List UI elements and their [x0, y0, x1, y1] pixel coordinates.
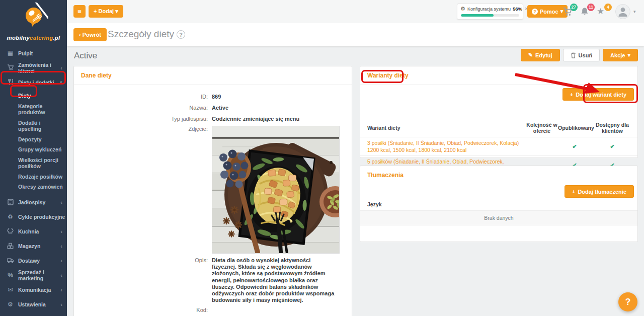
translations-panel: Tłumaczenia +Dodaj tłumaczenie Język Bra… — [360, 166, 638, 242]
help-button[interactable]: ? Pomoc ▾ — [527, 5, 568, 18]
record-title: Active — [74, 51, 97, 61]
pencil-icon: ✎ — [528, 52, 533, 58]
sidebar-toggle-button[interactable]: ≡ — [73, 5, 86, 18]
diety-submenu: Diety Kategorie produktów Dodatki i upse… — [0, 90, 67, 195]
language-column-header: Język — [360, 197, 637, 210]
sidebar: mobilnycatering.pl ▦ Pulpit Zamówienia i… — [0, 0, 67, 316]
logo-icon — [19, 3, 48, 32]
config-progress-track — [461, 14, 519, 17]
diet-data-panel: Dane diety ID:869 Nazwa:Active Typ jadło… — [73, 66, 352, 316]
page-help-icon[interactable]: ? — [177, 30, 185, 39]
sidebar-item-magazyn[interactable]: Magazyn ‹ — [0, 239, 67, 254]
sidebar-item-komunikacja[interactable]: ✉ Komunikacja ‹ — [0, 283, 67, 297]
bell-badge: 11 — [587, 4, 595, 11]
page-header: ‹ Powrót Szczegóły diety ? — [67, 23, 644, 46]
star-notifications[interactable]: ★ 4 — [597, 7, 608, 18]
sidebar-item-ustawienia[interactable]: ⚙ Ustawienia ‹ — [0, 297, 67, 312]
sidebar-item-kuchnia[interactable]: Kuchnia ‹ — [0, 224, 67, 239]
system-config-widget[interactable]: ⚙ Konfiguracja systemu 56% × — [457, 4, 523, 20]
panel-title: Dane diety — [74, 66, 352, 85]
variant-row: 3 posiłki (Śniadanie, II Śniadanie, Obia… — [360, 137, 637, 155]
sidebar-item-cykle-produkcyjne[interactable]: ♻ Cykle produkcyjne — [0, 210, 67, 224]
logo-text: mobilnycatering.pl — [0, 35, 67, 41]
field-label: Opis: — [74, 257, 212, 303]
field-value-opis: Dieta dla osób o wysokiej aktywności fiz… — [212, 257, 336, 303]
field-label: Kod: — [74, 307, 212, 313]
edit-button[interactable]: ✎Edytuj — [521, 49, 560, 61]
diet-variants-panel: Warianty diety ? +Dodaj wariant diety Wa… — [360, 66, 638, 158]
add-variant-button[interactable]: +Dodaj wariant diety — [562, 88, 634, 101]
star-badge: 4 — [604, 4, 612, 11]
page-title: Szczegóły diety — [108, 29, 174, 40]
variants-table-header: Wariant diety Kolejność w ofercie Opubli… — [360, 119, 637, 137]
dashboard-icon: ▦ — [7, 49, 14, 57]
star-icon: ★ — [597, 7, 604, 16]
sidebar-subitem-wielkosci-porcji[interactable]: Wielkości porcji posiłków — [0, 155, 67, 172]
sidebar-subitem-diety[interactable]: Diety — [0, 91, 67, 101]
sidebar-subitem-depozyty[interactable]: Depozyty — [0, 134, 67, 145]
sidebar-subitem-grupy-wykluczen[interactable]: Grupy wykluczeń — [0, 144, 67, 155]
sidebar-item-zamowienia[interactable]: Zamówienia i klienci ‹ — [0, 60, 67, 75]
chevron-left-icon: ‹ — [60, 65, 62, 71]
sidebar-subitem-kategorie-produktow[interactable]: Kategorie produktów — [0, 101, 67, 118]
field-label: ID: — [74, 94, 212, 100]
sidebar-item-jadlospisy[interactable]: Jadłospisy ‹ — [0, 195, 67, 210]
chevron-down-icon: ∨ — [59, 80, 62, 85]
envelope-icon: ✉ — [7, 286, 14, 294]
bell-notifications[interactable]: 11 — [580, 7, 591, 18]
field-value-id: 869 — [212, 94, 221, 100]
sidebar-item-diety-i-dodatki[interactable]: Diety i dodatki ∨ — [0, 75, 67, 90]
empty-state: Brak danych — [360, 210, 637, 225]
help-bubble-button[interactable]: ? — [618, 292, 637, 311]
sidebar-item-dostawy[interactable]: Dostawy ‹ — [0, 254, 67, 268]
cutlery-icon — [7, 78, 14, 86]
global-add-button[interactable]: + Dodaj ▾ — [89, 5, 123, 18]
diet-photo — [212, 126, 340, 254]
sidebar-subitem-okresy-zamowien[interactable]: Okresy zamówień — [0, 182, 67, 192]
chevron-left-icon: ‹ — [60, 243, 62, 249]
sidebar-item-sprzedaz[interactable]: % Sprzedaż i marketing ‹ — [0, 268, 67, 283]
sidebar-subitem-rodzaje-posilkow[interactable]: Rodzaje posiłków — [0, 172, 67, 182]
field-label: Nazwa: — [74, 105, 212, 111]
content: Active ✎Edytuj Usuń Akcje▾ Dane diety ID… — [67, 46, 644, 316]
gear-icon: ⚙ — [460, 6, 465, 12]
cart-notifications[interactable]: 27 — [562, 7, 574, 18]
sidebar-subitem-dodatki-i-upselling[interactable]: Dodatki i upselling — [0, 118, 67, 134]
user-avatar[interactable] — [615, 4, 630, 19]
config-label: Konfiguracja systemu — [467, 7, 511, 12]
boxes-icon — [7, 243, 14, 250]
percent-icon: % — [7, 272, 14, 279]
person-icon — [616, 5, 630, 19]
config-progress-fill — [461, 14, 494, 17]
record-actions: ✎Edytuj Usuń Akcje▾ — [521, 49, 638, 61]
published-check-icon: ✔ — [558, 143, 591, 150]
cart-badge: 27 — [570, 4, 578, 11]
app-logo[interactable]: mobilnycatering.pl — [0, 0, 67, 41]
config-percent: 56% — [513, 6, 522, 12]
sidebar-nav: ▦ Pulpit Zamówienia i klienci ‹ Diety i … — [0, 46, 67, 316]
available-check-icon: ✔ — [591, 143, 633, 150]
trash-icon — [571, 52, 576, 58]
panel-title: Warianty diety — [360, 66, 637, 85]
sidebar-item-tresci[interactable]: ▤ Treści ‹ — [0, 312, 67, 316]
question-icon: ? — [532, 9, 538, 15]
chevron-left-icon: ‹ — [60, 272, 62, 278]
cart-icon — [7, 64, 14, 71]
actions-dropdown-button[interactable]: Akcje▾ — [603, 49, 638, 61]
food-photo-illustration — [212, 126, 339, 253]
add-translation-button[interactable]: +Dodaj tłumaczenie — [565, 185, 634, 198]
chevron-left-icon: ‹ — [60, 287, 62, 293]
avatar-caret-icon[interactable]: ▾ — [633, 9, 636, 14]
chevron-left-icon: ‹ — [60, 199, 62, 205]
back-button[interactable]: ‹ Powrót — [73, 28, 107, 41]
menu-book-icon — [7, 199, 14, 206]
gear-icon: ⚙ — [7, 301, 14, 308]
caret-down-icon: ▾ — [627, 52, 630, 58]
sidebar-item-pulpit[interactable]: ▦ Pulpit — [0, 46, 67, 60]
chef-hat-icon — [7, 228, 14, 235]
recycle-icon: ♻ — [7, 213, 14, 221]
variant-link[interactable]: 3 posiłki (Śniadanie, II Śniadanie, Obia… — [367, 139, 526, 153]
delete-button[interactable]: Usuń — [563, 49, 600, 61]
panel-title: Tłumaczenia — [360, 166, 637, 184]
chevron-left-icon: ‹ — [60, 258, 62, 264]
